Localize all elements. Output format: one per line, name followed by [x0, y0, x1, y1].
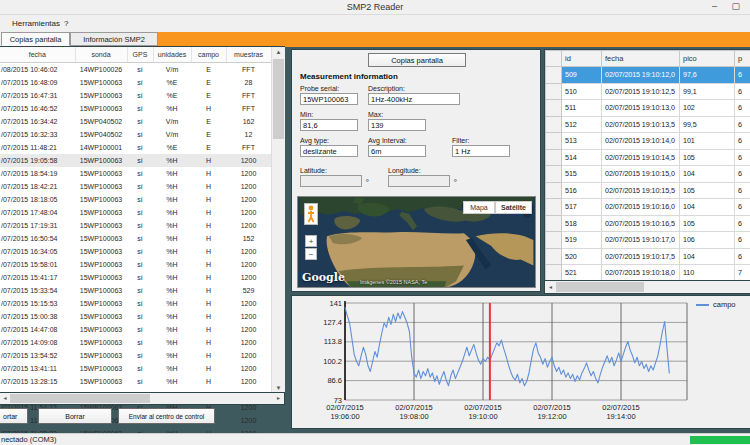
- table-row[interactable]: /07/2015 14:09:0815WP100063sí%HH1200: [0, 336, 271, 349]
- table-row[interactable]: /07/2015 13:28:1515WP100063sí%HH1200: [0, 375, 271, 388]
- table-row[interactable]: /07/2015 13:41:1115WP100063sí%HH1200: [0, 362, 271, 375]
- table-row[interactable]: 51602/07/2015 19:10:15,51056: [546, 182, 750, 199]
- vertical-scrollbar[interactable]: ▲ ▼: [271, 47, 285, 393]
- table-row[interactable]: /07/2015 16:34:0515WP100063sí%HH1200: [0, 245, 271, 258]
- col-muestras[interactable]: muestras: [226, 47, 271, 63]
- scroll-down-icon[interactable]: ▼: [272, 383, 285, 393]
- tab-informacion-smp2[interactable]: Información SMP2: [70, 32, 158, 46]
- samples-grid: id fecha pico p 50902/07/2015 19:10:12,0…: [545, 50, 750, 281]
- title-bar[interactable]: SMP2 Reader – ▢: [0, 0, 750, 14]
- copias-pantalla-button[interactable]: Copias pantalla: [368, 53, 466, 67]
- pegman-icon[interactable]: [304, 203, 318, 225]
- table-cell: 02/07/2015 19:10:18,0: [602, 265, 680, 282]
- col-pico[interactable]: pico: [680, 51, 735, 67]
- max-field[interactable]: 139: [368, 119, 426, 131]
- table-row[interactable]: 50902/07/2015 19:10:12,097,66: [546, 67, 750, 84]
- col-fecha[interactable]: fecha: [0, 47, 75, 63]
- filter-field[interactable]: 1 Hz: [452, 145, 510, 157]
- google-logo[interactable]: Google: [302, 271, 345, 284]
- table-row[interactable]: /07/2015 18:42:2115WP100063sí%HH1200: [0, 180, 271, 193]
- horizontal-scrollbar[interactable]: ◂: [545, 281, 750, 293]
- table-row[interactable]: /07/2015 15:15:5315WP100063sí%HH1200: [0, 297, 271, 310]
- table-row[interactable]: 51402/07/2015 19:10:14,51056: [546, 149, 750, 166]
- map-type-satelite-button[interactable]: Satélite: [495, 201, 532, 214]
- scroll-left-icon[interactable]: ◂: [0, 393, 10, 404]
- scrollbar-thumb[interactable]: [556, 282, 644, 292]
- table-cell: %H: [153, 154, 191, 167]
- scroll-up-icon[interactable]: ▲: [272, 47, 285, 57]
- table-row[interactable]: /07/2015 16:48:0915WP100063sí%EE28: [0, 76, 271, 89]
- table-row[interactable]: /07/2015 15:58:0115WP100063sí%HH1200: [0, 258, 271, 271]
- table-cell: 6: [735, 182, 750, 199]
- table-row[interactable]: 51102/07/2015 19:10:13,01026: [546, 100, 750, 117]
- table-cell: sí: [127, 271, 153, 284]
- col-campo[interactable]: campo: [191, 47, 226, 63]
- col-gps[interactable]: GPS: [127, 47, 153, 63]
- delete-button[interactable]: Borrar: [38, 408, 112, 424]
- table-row[interactable]: /07/2015 16:47:3115WP100063sí%EEFFT: [0, 89, 271, 102]
- google-map[interactable]: + − Mapa Satélite Google Imágenes ©2015 …: [297, 196, 536, 288]
- connection-status: nectado (COM3): [1, 434, 56, 445]
- table-row[interactable]: /07/2015 16:32:3315WP040502síV/mE12: [0, 128, 271, 141]
- table-row[interactable]: /07/2015 16:50:5415WP100063sí%HH152: [0, 232, 271, 245]
- table-cell: 6: [735, 248, 750, 265]
- col-id[interactable]: id: [562, 51, 602, 67]
- description-field[interactable]: 1Hz-400kHz: [368, 93, 460, 105]
- maximize-icon[interactable]: ▢: [731, 1, 746, 11]
- col-promedio[interactable]: p: [735, 51, 750, 67]
- zoom-out-button[interactable]: −: [305, 248, 317, 260]
- zoom-in-button[interactable]: +: [305, 235, 317, 247]
- table-row[interactable]: 51002/07/2015 19:10:12,599,16: [546, 83, 750, 100]
- table-row[interactable]: /07/2015 16:34:4215WP040502síV/mE162: [0, 115, 271, 128]
- latitude-field[interactable]: [300, 175, 362, 187]
- send-to-control-center-button[interactable]: Enviar al centro de control: [118, 408, 215, 424]
- scrollbar-thumb[interactable]: [273, 59, 284, 139]
- table-row[interactable]: 51502/07/2015 19:10:15,01046: [546, 166, 750, 183]
- map-type-mapa-button[interactable]: Mapa: [463, 201, 495, 214]
- table-row[interactable]: /07/2015 17:48:0415WP100063sí%HH1200: [0, 206, 271, 219]
- export-button[interactable]: ortar: [0, 408, 28, 424]
- table-row[interactable]: 52102/07/2015 19:10:18,01107: [546, 265, 750, 282]
- table-row[interactable]: /07/2015 14:47:0815WP100063sí%HH1200: [0, 323, 271, 336]
- table-row[interactable]: /07/2015 18:18:0515WP100063sí%HH1200: [0, 193, 271, 206]
- table-row[interactable]: /07/2015 18:54:1915WP100063sí%HH1200: [0, 167, 271, 180]
- col-sonda[interactable]: sonda: [75, 47, 127, 63]
- table-row[interactable]: 51302/07/2015 19:10:14,01016: [546, 133, 750, 150]
- longitude-field[interactable]: [388, 175, 450, 187]
- table-row[interactable]: /07/2015 16:46:5215WP100063sí%HHFFT: [0, 102, 271, 115]
- table-row[interactable]: 51202/07/2015 19:10:13,599,56: [546, 116, 750, 133]
- table-row[interactable]: /07/2015 13:54:5215WP100063sí%HH1200: [0, 349, 271, 362]
- table-row[interactable]: 51802/07/2015 19:10:16,51056: [546, 215, 750, 232]
- max-label: Max:: [368, 111, 383, 118]
- menu-herramientas[interactable]: Herramientas: [8, 18, 64, 30]
- table-row[interactable]: /07/2015 17:19:3115WP100063sí%HH1200: [0, 219, 271, 232]
- col-fecha[interactable]: fecha: [602, 51, 680, 67]
- table-row[interactable]: 51702/07/2015 19:10:16,01046: [546, 199, 750, 216]
- table-row[interactable]: /07/2015 15:00:3815WP100063sí%HH1200: [0, 310, 271, 323]
- avg-type-field[interactable]: deslizante: [300, 145, 358, 157]
- scroll-left-icon[interactable]: ◂: [545, 281, 556, 293]
- avg-interval-field[interactable]: 6m: [368, 145, 426, 157]
- probe-serial-field[interactable]: 15WP100063: [300, 93, 358, 105]
- table-row[interactable]: 51902/07/2015 19:10:17,01066: [546, 232, 750, 249]
- table-cell: 1200: [226, 271, 271, 284]
- min-field[interactable]: 81,6: [300, 119, 358, 131]
- table-cell: sí: [127, 206, 153, 219]
- scrollbar-thumb[interactable]: [10, 394, 150, 403]
- table-cell: 15WP100063: [75, 154, 127, 167]
- table-row[interactable]: /07/2015 11:48:2114WP100001sí%EEFFT: [0, 141, 271, 154]
- table-row[interactable]: /07/2015 19:05:5815WP100063sí%HH1200: [0, 154, 271, 167]
- tab-copias-pantalla[interactable]: Copias pantalla: [1, 32, 70, 46]
- scroll-right-icon[interactable]: ▸: [273, 393, 284, 404]
- col-unidades[interactable]: unidades: [153, 47, 191, 63]
- table-cell: sí: [127, 362, 153, 375]
- minimize-icon[interactable]: –: [712, 1, 723, 11]
- table-row[interactable]: /07/2015 15:33:5415WP100063sí%HH529: [0, 284, 271, 297]
- table-row[interactable]: 52002/07/2015 19:10:17,51046: [546, 248, 750, 265]
- menu-help[interactable]: ?: [60, 18, 72, 30]
- table-cell: 15WP100063: [75, 362, 127, 375]
- table-row[interactable]: /08/2015 10:46:0214WP100026síV/mEFFT: [0, 63, 271, 77]
- horizontal-scrollbar[interactable]: ◂ ▸: [0, 393, 284, 404]
- table-row[interactable]: /07/2015 15:41:1715WP100063sí%HH1200: [0, 271, 271, 284]
- window-title: SMP2 Reader: [347, 2, 404, 12]
